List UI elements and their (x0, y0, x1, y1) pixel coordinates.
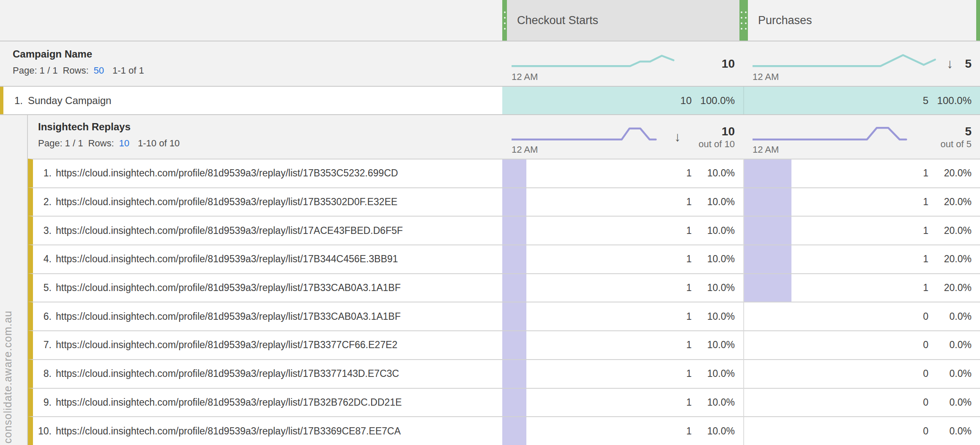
table-row-replay[interactable]: 6. https://cloud.insightech.com/profile/… (0, 302, 980, 330)
checkout-starts-value-cell[interactable]: 10 100.0% (502, 87, 743, 114)
percent-bar (502, 274, 526, 302)
metric-count: 1 (914, 225, 928, 236)
row-number: 10. (38, 426, 52, 437)
column-drag-handle-icon[interactable] (976, 0, 980, 41)
rows-per-page-link[interactable]: 50 (94, 65, 104, 76)
sparkline-time-label: 12 AM (512, 71, 679, 82)
column-header-checkout-starts[interactable]: Checkout Starts (502, 0, 743, 41)
metric-total: 5 (965, 57, 972, 71)
metric-percent: 10.0% (692, 397, 735, 408)
metric-count: 1 (677, 397, 692, 408)
purchases-value-cell[interactable]: 0 0.0% (743, 302, 980, 330)
replay-url-cell[interactable]: 2. https://cloud.insightech.com/profile/… (28, 187, 502, 216)
dimension-column-title: Campaign Name (13, 48, 502, 60)
replay-url: https://cloud.insightech.com/profile/81d… (56, 311, 401, 322)
checkout-starts-value-cell[interactable]: 1 10.0% (502, 416, 743, 445)
checkout-starts-summary-cell: 12 AM 10 (502, 41, 743, 86)
purchases-value-cell[interactable]: 0 0.0% (743, 359, 980, 388)
sparkline-time-label: 12 AM (753, 144, 916, 155)
replay-url-cell[interactable]: 5. https://cloud.insightech.com/profile/… (28, 273, 502, 302)
metric-count: 0 (914, 397, 928, 408)
replay-url: https://cloud.insightech.com/profile/81d… (56, 368, 399, 379)
purchases-value-cell[interactable]: 1 20.0% (743, 187, 980, 216)
checkout-starts-value-cell[interactable]: 1 10.0% (502, 273, 743, 302)
column-drag-handle-icon[interactable] (739, 0, 743, 41)
table-row-replay[interactable]: 8. https://cloud.insightech.com/profile/… (0, 359, 980, 388)
table-row-replay[interactable]: 5. https://cloud.insightech.com/profile/… (0, 273, 980, 302)
campaign-name-cell[interactable]: 1. Sunday Campaign (0, 87, 502, 114)
metric-total-block: 5 out of 5 (941, 124, 972, 150)
row-range: 1-1 of 1 (112, 65, 144, 76)
checkout-starts-value-cell[interactable]: 1 10.0% (502, 159, 743, 187)
replay-url-cell[interactable]: 10. https://cloud.insightech.com/profile… (28, 416, 502, 445)
metric-count: 1 (677, 368, 692, 379)
row-number: 4. (38, 253, 52, 265)
purchases-value-cell[interactable]: 0 0.0% (743, 416, 980, 445)
checkout-starts-summary-cell: 12 AM ↓ 10 out of 10 (502, 115, 743, 159)
metric-count: 1 (677, 253, 692, 265)
column-header-purchases[interactable]: Purchases (743, 0, 980, 41)
sparkline-chart (753, 124, 916, 143)
pagination: Page: 1 / 1 Rows: 10 1-10 of 10 (38, 138, 502, 149)
replay-url-cell[interactable]: 3. https://cloud.insightech.com/profile/… (28, 216, 502, 244)
rows-label: Rows: (63, 65, 88, 76)
checkout-starts-value-cell[interactable]: 1 10.0% (502, 302, 743, 330)
purchases-value-cell[interactable]: 0 0.0% (743, 388, 980, 417)
metric-percent: 10.0% (692, 311, 735, 322)
replay-url: https://cloud.insightech.com/profile/81d… (56, 282, 401, 294)
percent-bar (502, 159, 526, 187)
table-row-replay[interactable]: 3. https://cloud.insightech.com/profile/… (0, 216, 980, 244)
table-row-replay[interactable]: 4. https://cloud.insightech.com/profile/… (0, 244, 980, 273)
column-header-label: Purchases (748, 14, 812, 27)
metric-percent: 10.0% (692, 225, 735, 236)
rows-per-page-link[interactable]: 10 (119, 138, 129, 149)
analytics-freeform-table: Checkout Starts Purchases Campaign Name … (0, 0, 980, 445)
metric-percent: 20.0% (928, 196, 972, 208)
purchases-value-cell[interactable]: 5 100.0% (743, 87, 980, 114)
replay-url-cell[interactable]: 8. https://cloud.insightech.com/profile/… (28, 359, 502, 388)
purchases-value-cell[interactable]: 1 20.0% (743, 273, 980, 302)
purchases-value-cell[interactable]: 0 0.0% (743, 330, 980, 359)
sort-descending-icon[interactable]: ↓ (947, 57, 953, 70)
replay-url-cell[interactable]: 1. https://cloud.insightech.com/profile/… (28, 159, 502, 187)
metric-percent: 100.0% (692, 95, 735, 107)
table-row-replay[interactable]: 7. https://cloud.insightech.com/profile/… (0, 330, 980, 359)
table-row-replay[interactable]: 1. https://cloud.insightech.com/profile/… (0, 159, 980, 187)
metric-percent: 10.0% (692, 196, 735, 208)
metric-percent: 10.0% (692, 168, 735, 179)
sort-descending-icon[interactable]: ↓ (674, 130, 681, 143)
replay-url-cell[interactable]: 9. https://cloud.insightech.com/profile/… (28, 388, 502, 417)
metric-percent: 0.0% (928, 426, 972, 437)
campaign-table-header: Campaign Name Page: 1 / 1 Rows: 50 1-1 o… (0, 41, 502, 86)
checkout-starts-value-cell[interactable]: 1 10.0% (502, 244, 743, 273)
replay-rows: 1. https://cloud.insightech.com/profile/… (0, 159, 980, 445)
table-row-campaign[interactable]: 1. Sunday Campaign 10 100.0% 5 100.0% (0, 87, 980, 115)
percent-bar (744, 274, 791, 302)
table-row-replay[interactable]: 9. https://cloud.insightech.com/profile/… (0, 388, 980, 417)
replay-url: https://cloud.insightech.com/profile/81d… (56, 168, 398, 179)
replay-url-cell[interactable]: 6. https://cloud.insightech.com/profile/… (28, 302, 502, 330)
checkout-starts-value-cell[interactable]: 1 10.0% (502, 359, 743, 388)
purchases-value-cell[interactable]: 1 20.0% (743, 159, 980, 187)
table-row-replay[interactable]: 2. https://cloud.insightech.com/profile/… (0, 187, 980, 216)
nest-indent-gutter (0, 216, 28, 244)
purchases-value-cell[interactable]: 1 20.0% (743, 216, 980, 244)
dimension-header-spacer (0, 0, 502, 41)
metric-percent: 0.0% (928, 397, 972, 408)
checkout-starts-value-cell[interactable]: 1 10.0% (502, 388, 743, 417)
metric-count: 1 (914, 196, 928, 208)
checkout-starts-value-cell[interactable]: 1 10.0% (502, 187, 743, 216)
checkout-starts-value-cell[interactable]: 1 10.0% (502, 330, 743, 359)
checkout-starts-value-cell[interactable]: 1 10.0% (502, 216, 743, 244)
replay-url-cell[interactable]: 7. https://cloud.insightech.com/profile/… (28, 330, 502, 359)
table-row-replay[interactable]: 10. https://cloud.insightech.com/profile… (0, 416, 980, 445)
sparkline-block: 12 AM (512, 115, 667, 159)
row-number: 6. (38, 311, 52, 322)
replay-url-cell[interactable]: 4. https://cloud.insightech.com/profile/… (28, 244, 502, 273)
replay-table-title: Insightech Replays (38, 121, 502, 133)
purchases-value-cell[interactable]: 1 20.0% (743, 244, 980, 273)
campaign-summary-row: Campaign Name Page: 1 / 1 Rows: 50 1-1 o… (0, 41, 980, 87)
metric-percent: 0.0% (928, 368, 972, 379)
column-drag-handle-icon[interactable] (502, 0, 507, 41)
column-drag-handle-icon[interactable] (743, 0, 748, 41)
